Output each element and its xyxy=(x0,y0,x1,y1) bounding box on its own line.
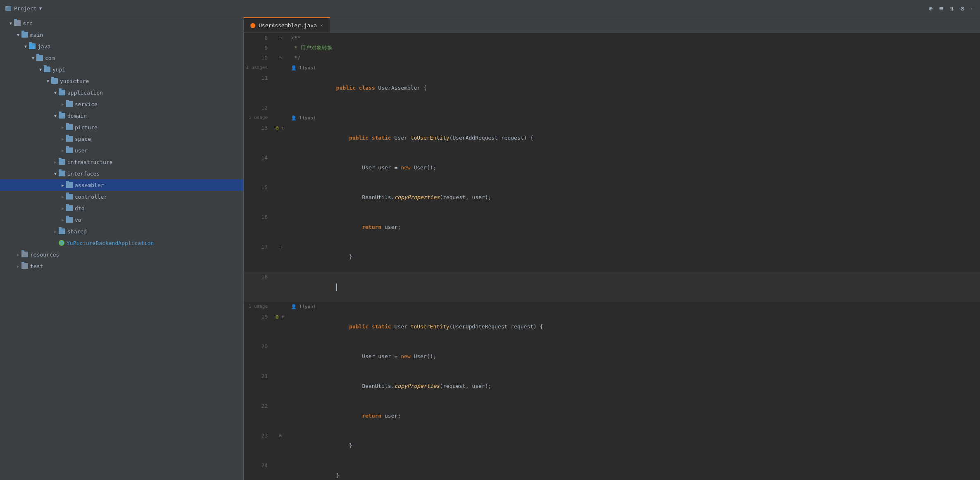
tree-item-dto[interactable]: ▶ dto xyxy=(0,202,243,214)
line-num-22: 22 xyxy=(244,401,273,431)
gutter-21 xyxy=(273,371,288,401)
line-code-18[interactable] xyxy=(288,272,980,302)
meta-line-3usages: 3 usages 👤 liyupi xyxy=(244,63,980,73)
fold-icon-23[interactable]: ⊟ xyxy=(279,433,281,438)
code-line-21: 21 BeanUtils.copyProperties(request, use… xyxy=(244,371,980,401)
meta-user-label3: 👤 liyupi xyxy=(288,302,980,312)
tree-item-service[interactable]: ▶ service xyxy=(0,98,243,110)
line-code-8[interactable]: /** xyxy=(288,33,980,43)
fold-icon-10[interactable]: ⊟ xyxy=(279,55,281,60)
kw-static19: static xyxy=(372,323,395,330)
line-code-23[interactable]: } xyxy=(288,431,980,461)
svg-point-3 xyxy=(61,242,62,244)
line-num-12: 12 xyxy=(244,103,273,113)
tree-item-app[interactable]: YuPictureBackendApplication xyxy=(0,237,243,249)
meta-line-1usage-2: 1 usage 👤 liyupi xyxy=(244,302,980,312)
classname: UserAssembler { xyxy=(378,85,426,91)
tree-label-assembler: assembler xyxy=(75,182,104,188)
gutter-meta3 xyxy=(273,302,288,312)
tree-item-interfaces[interactable]: ▼ interfaces xyxy=(0,168,243,179)
tree-item-com[interactable]: ▼ com xyxy=(0,52,243,64)
folder-infrastructure-icon xyxy=(59,159,65,165)
close-brace23: } xyxy=(349,442,352,449)
tree-item-shared[interactable]: ▶ shared xyxy=(0,226,243,237)
line-code-19[interactable]: public static User toUserEntity(UserUpda… xyxy=(288,312,980,342)
tree-label-resources: resources xyxy=(30,252,59,258)
line-code-14[interactable]: User user = new User(); xyxy=(288,153,980,183)
line-code-17[interactable]: } xyxy=(288,242,980,272)
comment-end: */ xyxy=(291,55,300,61)
gutter-19[interactable]: @ ⊟ xyxy=(273,312,288,342)
kw-static13: static xyxy=(372,135,395,141)
line-code-22[interactable]: return user; xyxy=(288,401,980,431)
code-editor[interactable]: 8 ⊟ /** 9 * 用户对象转换 10 ⊟ */ xyxy=(244,33,980,480)
settings-icon[interactable]: ⚙ xyxy=(961,5,965,12)
tree-item-assembler[interactable]: ▶ assembler xyxy=(0,179,243,191)
folder-com-icon xyxy=(36,55,43,61)
ret-user22: user; xyxy=(385,413,401,419)
fold-icon-8[interactable]: ⊟ xyxy=(279,36,281,40)
tree-label-main: main xyxy=(30,32,43,38)
line-code-9[interactable]: * 用户对象转换 xyxy=(288,43,980,53)
tree-item-src[interactable]: ▼ src xyxy=(0,17,243,29)
tree-item-controller[interactable]: ▶ controller xyxy=(0,191,243,202)
arrow-com: ▼ xyxy=(30,56,36,60)
line-code-24[interactable]: } xyxy=(288,461,980,480)
gutter-10[interactable]: ⊟ xyxy=(273,53,288,63)
indent21 xyxy=(336,383,362,389)
dropdown-arrow[interactable]: ▼ xyxy=(39,6,42,11)
tree-item-main[interactable]: ▼ main xyxy=(0,29,243,40)
line-code-15[interactable]: BeanUtils.copyProperties(request, user); xyxy=(288,183,980,212)
minimize-icon[interactable]: — xyxy=(971,5,975,12)
line-code-13[interactable]: public static User toUserEntity(UserAddR… xyxy=(288,123,980,153)
code-line-12: 12 xyxy=(244,103,980,113)
indent23 xyxy=(336,442,349,449)
tree-item-picture[interactable]: ▶ picture xyxy=(0,121,243,133)
line-code-11[interactable]: public class UserAssembler { xyxy=(288,73,980,103)
globe-icon[interactable]: ⊕ xyxy=(929,5,933,12)
tree-label-dto: dto xyxy=(75,205,84,211)
tree-item-yupi[interactable]: ▼ yupi xyxy=(0,64,243,75)
gutter-23[interactable]: ⊟ xyxy=(273,431,288,461)
tree-item-java[interactable]: ▼ java xyxy=(0,40,243,52)
arrow-controller: ▶ xyxy=(59,195,66,199)
comment-start: /** xyxy=(291,35,300,41)
tree-item-resources[interactable]: ▶ resources xyxy=(0,249,243,260)
line-code-16[interactable]: return user; xyxy=(288,212,980,242)
var-user20: user = xyxy=(378,353,401,359)
param-name19: request) { xyxy=(507,323,543,330)
line-code-21[interactable]: BeanUtils.copyProperties(request, user); xyxy=(288,371,980,401)
gutter-17[interactable]: ⊟ xyxy=(273,242,288,272)
type-user14b: User xyxy=(414,164,426,171)
collapse-all-icon[interactable]: ≡ xyxy=(939,5,943,12)
project-title: Project ▼ xyxy=(5,5,42,12)
gutter-8[interactable]: ⊟ xyxy=(273,33,288,43)
fold-icon-19[interactable]: ⊟ xyxy=(282,314,285,319)
line-code-12[interactable] xyxy=(288,103,980,113)
tree-item-test[interactable]: ▶ test xyxy=(0,260,243,272)
arrow-src: ▼ xyxy=(7,21,14,26)
tree-label-yupi: yupi xyxy=(52,67,65,73)
line-num-11: 11 xyxy=(244,73,273,103)
gutter-13[interactable]: @ ⊟ xyxy=(273,123,288,153)
expand-icon[interactable]: ⇅ xyxy=(950,5,954,12)
tab-java-icon xyxy=(250,23,255,28)
tree-item-infrastructure[interactable]: ▶ infrastructure xyxy=(0,156,243,168)
gutter-24 xyxy=(273,461,288,480)
fold-icon-13[interactable]: ⊟ xyxy=(282,126,285,130)
type-beanutils: BeanUtils xyxy=(362,194,391,200)
tree-item-user[interactable]: ▶ user xyxy=(0,145,243,156)
line-code-10[interactable]: */ xyxy=(288,53,980,63)
tree-item-space[interactable]: ▶ space xyxy=(0,133,243,145)
tree-item-yupicture[interactable]: ▼ yupicture xyxy=(0,75,243,87)
tab-userassembler[interactable]: UserAssembler.java × xyxy=(244,17,330,33)
tab-close-button[interactable]: × xyxy=(320,23,323,28)
tree-item-vo[interactable]: ▶ vo xyxy=(0,214,243,226)
arrow-resources: ▶ xyxy=(15,252,21,257)
kw-return16: return xyxy=(362,224,385,230)
line-code-20[interactable]: User user = new User(); xyxy=(288,342,980,371)
tree-item-application[interactable]: ▼ application xyxy=(0,87,243,98)
fold-icon-17[interactable]: ⊟ xyxy=(279,245,281,249)
toolbar-icons: ⊕ ≡ ⇅ ⚙ — xyxy=(929,5,975,12)
tree-item-domain[interactable]: ▼ domain xyxy=(0,110,243,121)
